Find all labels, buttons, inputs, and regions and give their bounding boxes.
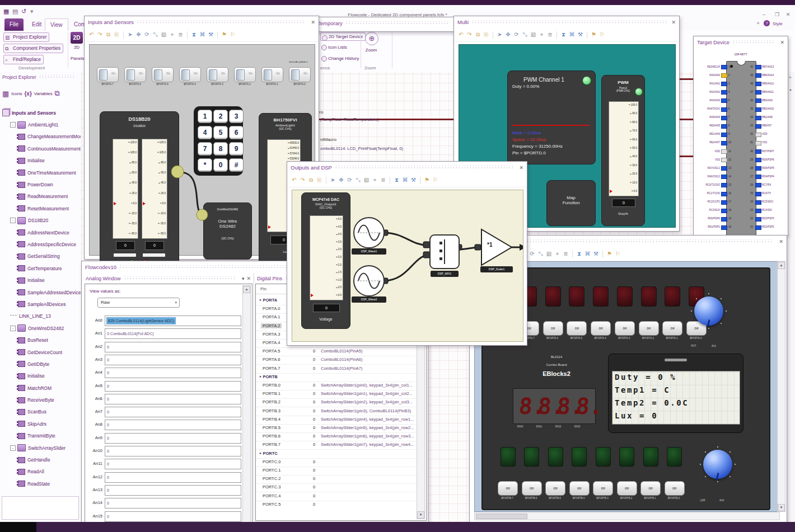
scroll-down-icon[interactable]: ▼ — [778, 504, 785, 511]
close-icon[interactable]: ✕ — [519, 165, 523, 171]
style-label[interactable]: Style — [773, 21, 783, 26]
digital-row-portc.2[interactable]: PORTC.20 — [256, 475, 426, 483]
analog-scrollbar[interactable]: ▲ — [242, 285, 251, 530]
flag-icon[interactable]: ⚑ — [423, 176, 431, 184]
board-switch-$porta.1[interactable]: Off — [662, 321, 682, 336]
anchor-icon[interactable]: ⌘ — [199, 31, 206, 39]
scroll-up-icon[interactable]: ▲ — [243, 286, 250, 293]
tag-icon[interactable]: ⚐ — [432, 176, 439, 184]
inputs-sensors-titlebar[interactable]: Inputs and Sensors ✕ — [85, 16, 319, 28]
cursor-icon[interactable]: ➤ — [329, 176, 336, 184]
pin-stub[interactable] — [721, 200, 727, 205]
analog-value-input[interactable]: 825 ComboBL0114(LightSensor ADC) — [105, 316, 241, 326]
wave1-label[interactable]: DSP_Wave1 — [352, 248, 386, 255]
mix-label[interactable]: DSP_MIX1 — [431, 271, 459, 277]
flag-icon[interactable]: ⚑ — [606, 250, 613, 258]
red-led[interactable] — [665, 286, 680, 307]
board-switch-$porta.6[interactable]: Off — [543, 321, 563, 336]
paste-icon[interactable]: ⎘ — [316, 176, 323, 184]
close-icon[interactable]: ✕ — [671, 20, 676, 25]
digital-row-portc.1[interactable]: PORTC.10 — [256, 467, 426, 475]
pot-knob[interactable] — [690, 293, 727, 329]
scale-icon[interactable]: ⤡ — [354, 176, 362, 184]
analog-value-input[interactable]: 0 — [105, 368, 241, 378]
tools-icon[interactable]: ⚒ — [410, 176, 417, 184]
board-switch-$portb.3[interactable]: Off — [593, 481, 613, 496]
pin-stub[interactable] — [721, 225, 727, 230]
rotate-icon[interactable]: ⟳ — [143, 31, 151, 39]
tree-item-changemeasurementmode[interactable]: ChangeMeasurementMode — [0, 131, 81, 143]
rotate-icon[interactable]: ⟳ — [513, 31, 520, 39]
green-led[interactable] — [619, 447, 634, 467]
project-explorer-header[interactable]: Project Explorer — [0, 72, 81, 82]
collapse-icon[interactable]: ▾ — [242, 276, 245, 281]
digital-row-portc[interactable]: ‣ PORTC — [256, 450, 426, 458]
tree-item-getserialstring[interactable]: GetSerialString — [0, 251, 81, 262]
scroll-up-icon[interactable]: ▲ — [778, 262, 785, 269]
pin-stub[interactable] — [721, 98, 727, 103]
tree-item-switcharrayslider[interactable]: -SwitchArraySlider — [0, 442, 81, 454]
tree-item-link_line_13[interactable]: LINK_LINE_13 — [0, 310, 81, 322]
pin-stub[interactable] — [755, 107, 761, 112]
pin-stub[interactable] — [721, 82, 727, 86]
tree-item-readall[interactable]: ReadAll — [0, 466, 81, 478]
digital-row-portb.0[interactable]: PORTB.00SwitchArraySlider1(pin0), keypad… — [256, 382, 426, 390]
analog-value-input[interactable]: 0 — [105, 342, 241, 352]
digital-row-portc.5[interactable]: PORTC.50 — [256, 501, 426, 509]
copy-icon[interactable]: ⧉ — [474, 31, 481, 39]
tree-item-ds18b20[interactable]: -DS18B20 — [0, 215, 81, 227]
tree-item-readstate[interactable]: ReadState — [0, 478, 81, 489]
pane-expand-icon[interactable]: » — [789, 75, 791, 80]
flag-icon[interactable]: ⚑ — [590, 31, 597, 39]
tree-item-transmitbyte[interactable]: TransmitByte — [0, 430, 81, 442]
pin-stub[interactable] — [755, 192, 761, 196]
scale-icon[interactable]: ⤡ — [152, 31, 159, 39]
component-properties-button[interactable]: ⧉Component Properties — [3, 44, 63, 53]
red-led[interactable] — [593, 286, 609, 307]
tree-item-initialise[interactable]: Initialise — [0, 370, 81, 382]
tree-item-busreset[interactable]: BusReset — [0, 334, 81, 346]
box-icon[interactable]: ▧ — [363, 176, 370, 184]
view-values-dropdown[interactable]: Raw ▾ — [97, 298, 180, 308]
board-switch-$portb.6[interactable]: Off — [522, 481, 542, 496]
tag-icon[interactable]: ⚐ — [229, 31, 236, 39]
board-switch-$porta.4[interactable]: Off — [591, 321, 611, 336]
board-switch-$portb.4[interactable]: Off — [569, 481, 590, 496]
analog-value-input[interactable]: 0 — [105, 485, 241, 496]
tree-item-onetimemeasurement[interactable]: OneTimeMeasurement — [0, 167, 81, 178]
view-option-change-history[interactable]: Change History — [321, 56, 359, 61]
camera-icon[interactable]: ⌖ — [538, 31, 545, 39]
digital-row-portb.2[interactable]: PORTB.20SwitchArraySlider1(pin2), keypad… — [256, 398, 426, 407]
pin-stub[interactable] — [721, 175, 727, 179]
app-titlebar[interactable]: Flowcode - Dedicated 2D component panels… — [0, 5, 795, 17]
target-device-titlebar[interactable]: Target Device ✕ — [694, 36, 788, 48]
pin-stub[interactable] — [721, 116, 727, 120]
variables-tab-icon[interactable]: {x} — [24, 91, 31, 97]
tree-item-onewireds2482[interactable]: -OneWireDS2482 — [0, 322, 81, 334]
analog-value-input[interactable]: 0 — [105, 459, 241, 469]
board-switch-$portb.5[interactable]: Off — [545, 481, 565, 496]
expander-icon[interactable]: - — [10, 445, 16, 451]
analog-value-input[interactable]: 0 — [105, 394, 241, 404]
tree-item-continuousmeasurement[interactable]: ContinuousMeasurement — [0, 143, 81, 154]
cursor-icon[interactable]: ➤ — [496, 31, 503, 39]
close-icon[interactable]: ✕ — [246, 276, 251, 281]
multi-titlebar[interactable]: Multi ✕ — [454, 16, 679, 28]
tree-item-inputs and sensors[interactable]: Inputs and Sensors — [0, 107, 81, 119]
box-icon[interactable]: ▧ — [160, 31, 167, 39]
redo-icon[interactable]: ↷ — [466, 31, 473, 39]
pin-stub[interactable] — [721, 149, 727, 154]
tree-item-readmeasurement[interactable]: ReadMeasurement — [0, 191, 81, 203]
save-icon[interactable]: ▤ — [12, 8, 21, 15]
digital-row-porta.7[interactable]: PORTA.70ComboBL0114(PinA7) — [256, 365, 426, 373]
expander-icon[interactable]: - — [10, 122, 16, 128]
tools-icon[interactable]: ⚒ — [577, 31, 584, 39]
digital-row-portb.3[interactable]: PORTB.30SwitchArraySlider1(pin3), ComboB… — [256, 407, 426, 416]
pin-stub[interactable] — [721, 166, 727, 171]
pin-stub[interactable] — [755, 116, 761, 120]
chart-icon[interactable]: ⧗ — [393, 176, 400, 184]
tab-file[interactable]: File — [4, 18, 24, 31]
pin-stub[interactable] — [755, 158, 761, 162]
camera-icon[interactable]: ⌖ — [371, 176, 378, 184]
tree-item-resetmeasurement[interactable]: ResetMeasurement — [0, 203, 81, 214]
